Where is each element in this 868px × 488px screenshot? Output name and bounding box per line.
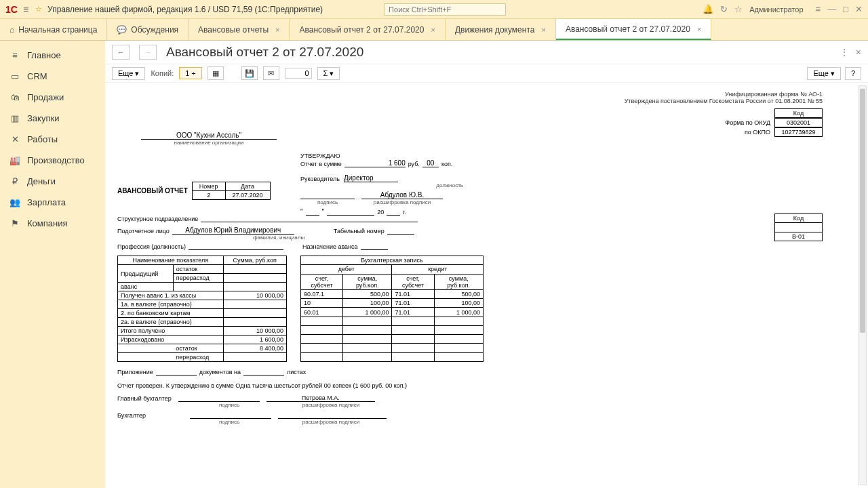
checked-line: Отчет проверен. К утверждению в сумме Од… xyxy=(117,382,823,389)
tab-home[interactable]: ⌂Начальная страница xyxy=(0,19,107,40)
cart-icon: 🛍 xyxy=(9,92,20,102)
user-name[interactable]: Администратор xyxy=(749,5,803,14)
sidebar: ≡Главное ▭CRM 🛍Продажи ▥Закупки ✕Работы … xyxy=(0,41,105,488)
sidebar-item-main[interactable]: ≡Главное xyxy=(0,45,105,66)
close-tab-icon[interactable]: × xyxy=(541,26,545,34)
close-panel-icon[interactable]: × xyxy=(856,47,861,58)
more-right-button[interactable]: Еще ▾ xyxy=(807,67,840,80)
nav-back[interactable]: ← xyxy=(112,45,130,60)
sidebar-item-sales[interactable]: 🛍Продажи xyxy=(0,87,105,108)
history-icon[interactable]: ↻ xyxy=(720,4,728,14)
sidebar-item-salary[interactable]: 👥Зарплата xyxy=(0,192,105,213)
bell-icon[interactable]: 🔔 xyxy=(703,4,713,14)
okpo-code: 1027739829 xyxy=(775,128,823,137)
factory-icon: 🏭 xyxy=(9,155,20,165)
kebab-icon[interactable]: ⋮ xyxy=(840,47,849,58)
sidebar-item-works[interactable]: ✕Работы xyxy=(0,129,105,150)
accounting-table: Бухгалтерская запись дебеткредит счет, с… xyxy=(300,256,484,362)
report-page: Унифицированная форма № АО-1 Утверждена … xyxy=(111,87,829,439)
mail-btn[interactable]: ✉ xyxy=(263,66,279,80)
global-search[interactable] xyxy=(384,3,506,16)
accountable-person: Абдулов Юрий Владимирович xyxy=(172,226,294,235)
copies-spinner[interactable]: 1 ÷ xyxy=(179,67,201,79)
flag-icon: ⚑ xyxy=(9,218,20,228)
minimize-icon[interactable]: — xyxy=(827,4,836,14)
org-name: ООО "Кухни Ассоль" xyxy=(141,131,277,140)
nav-forward[interactable]: → xyxy=(139,45,157,60)
print-toolbar: Еще ▾ Копий: 1 ÷ ▦ 💾 ✉ Σ ▾ Еще ▾ ? xyxy=(105,64,868,83)
sidebar-item-purchases[interactable]: ▥Закупки xyxy=(0,108,105,129)
sum-input[interactable] xyxy=(285,68,312,79)
maximize-icon[interactable]: □ xyxy=(843,4,848,14)
scrollbar[interactable] xyxy=(859,85,867,485)
sigma-button[interactable]: Σ ▾ xyxy=(317,67,340,80)
money-icon: ₽ xyxy=(9,176,20,186)
barcode-icon: ▥ xyxy=(9,113,20,123)
close-tab-icon[interactable]: × xyxy=(275,26,279,34)
form-approved: Утверждена постановлением Госкомстата Ро… xyxy=(117,98,823,104)
tab-report-2-print[interactable]: Авансовый отчет 2 от 27.07.2020× xyxy=(556,19,711,40)
star-icon[interactable]: ☆ xyxy=(35,5,42,14)
help-button[interactable]: ? xyxy=(845,67,861,80)
sidebar-item-money[interactable]: ₽Деньги xyxy=(0,171,105,192)
more-button[interactable]: Еще ▾ xyxy=(112,67,145,80)
app-logo: 1C xyxy=(5,4,18,15)
report-heading: АВАНСОВЫЙ ОТЧЕТ xyxy=(117,187,188,195)
tabbar: ⌂Начальная страница 💬Обсуждения Авансовы… xyxy=(0,19,868,41)
sidebar-item-production[interactable]: 🏭Производство xyxy=(0,150,105,171)
document-title: Авансовый отчет 2 от 27.07.2020 xyxy=(166,45,363,60)
people-icon: 👥 xyxy=(9,197,20,207)
app-title: Управление нашей фирмой, редакция 1.6 / … xyxy=(47,5,323,14)
favorite-icon[interactable]: ☆ xyxy=(734,4,743,14)
indicators-table: Наименование показателяСумма, руб.коп Пр… xyxy=(117,256,287,362)
copies-label: Копий: xyxy=(151,69,174,77)
crm-icon: ▭ xyxy=(9,71,20,81)
tab-movements[interactable]: Движения документа× xyxy=(446,19,556,40)
code-header: Код xyxy=(775,109,823,118)
tab-number: В-01 xyxy=(775,232,823,241)
list-icon: ≡ xyxy=(9,50,20,60)
save-btn[interactable]: 💾 xyxy=(241,66,258,80)
chat-icon: 💬 xyxy=(117,25,127,35)
close-tab-icon[interactable]: × xyxy=(431,26,435,34)
grid-btn[interactable]: ▦ xyxy=(208,66,224,80)
close-tab-icon[interactable]: × xyxy=(697,25,701,33)
menu-icon[interactable]: ≡ xyxy=(23,4,28,15)
home-icon: ⌂ xyxy=(9,25,14,35)
close-icon[interactable]: ✕ xyxy=(855,4,863,14)
settings-icon[interactable]: ≡ xyxy=(816,4,821,14)
tab-discussions[interactable]: 💬Обсуждения xyxy=(107,19,189,40)
tools-icon: ✕ xyxy=(9,134,20,144)
sidebar-item-crm[interactable]: ▭CRM xyxy=(0,66,105,87)
tab-report-2[interactable]: Авансовый отчет 2 от 27.07.2020× xyxy=(290,19,445,40)
tab-advance-reports[interactable]: Авансовые отчеты× xyxy=(189,19,290,40)
form-number: Унифицированная форма № АО-1 xyxy=(117,91,823,98)
sidebar-item-company[interactable]: ⚑Компания xyxy=(0,213,105,234)
okud-code: 0302001 xyxy=(775,119,823,127)
